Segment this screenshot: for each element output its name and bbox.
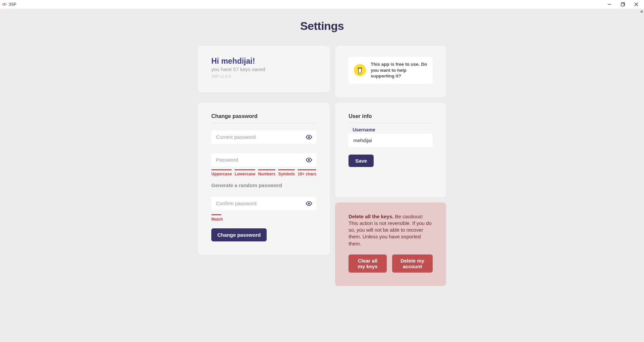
current-password-field[interactable] [211, 130, 316, 144]
confirm-password-input[interactable] [216, 201, 302, 206]
req-uppercase: Uppercase [211, 169, 232, 176]
new-password-input[interactable] [216, 157, 302, 163]
support-card: This app is free to use. Do you want to … [335, 46, 446, 97]
username-label: Username [353, 127, 433, 132]
window-close-button[interactable] [633, 1, 640, 8]
coffee-cup-icon [354, 64, 366, 76]
support-banner[interactable]: This app is free to use. Do you want to … [348, 57, 433, 84]
change-password-title: Change password [211, 113, 316, 123]
page-title: Settings [0, 9, 644, 46]
window-titlebar: 3SP [0, 0, 644, 9]
delete-account-button[interactable]: Delete my account [392, 254, 433, 273]
app-version: 3SP v1.0.0 [211, 74, 316, 79]
window-maximize-button[interactable] [619, 1, 627, 8]
req-length: 16+ chars [298, 169, 316, 176]
confirm-password-field[interactable] [211, 197, 316, 210]
greeting-hi: Hi mehdijai! [211, 57, 316, 66]
req-lowercase: Lowercase [234, 169, 255, 176]
greeting-card: Hi mehdijai! you have 57 keys saved 3SP … [198, 46, 330, 92]
app-icon [2, 2, 7, 7]
save-user-button[interactable]: Save [348, 155, 374, 167]
current-password-input[interactable] [216, 134, 302, 140]
user-info-card: User info Username Save [335, 103, 446, 197]
toggle-confirm-password-visibility-icon[interactable] [305, 199, 313, 208]
danger-warning-text: Delete all the keys. Be cautious! This a… [348, 213, 433, 247]
danger-zone-card: Delete all the keys. Be cautious! This a… [335, 203, 446, 286]
clear-keys-button[interactable]: Clear all my keys [348, 254, 387, 273]
window-minimize-button[interactable] [606, 1, 613, 8]
req-symbols: Symbols [278, 169, 295, 176]
svg-point-1 [4, 4, 5, 5]
req-numbers: Numbers [258, 169, 275, 176]
password-match-indicator: Match [211, 214, 316, 222]
support-text: This app is free to use. Do you want to … [371, 61, 427, 79]
password-requirements: Uppercase Lowercase Numbers Symbols 16+ … [211, 169, 316, 176]
main-viewport: Settings Hi mehdijai! you have 57 keys s… [0, 9, 644, 342]
toggle-current-password-visibility-icon[interactable] [305, 133, 313, 141]
new-password-field[interactable] [211, 153, 316, 167]
danger-warning-lead: Delete all the keys. [348, 214, 393, 219]
generate-password-link[interactable]: Generate a random password [211, 182, 316, 188]
svg-rect-4 [621, 3, 624, 6]
svg-point-7 [358, 68, 362, 69]
username-input[interactable] [353, 137, 428, 143]
svg-point-8 [308, 136, 310, 138]
svg-point-10 [308, 203, 310, 204]
user-info-title: User info [348, 113, 433, 123]
username-field[interactable] [348, 134, 433, 147]
change-password-button[interactable]: Change password [211, 228, 267, 241]
toggle-new-password-visibility-icon[interactable] [305, 156, 313, 164]
scrollbar-up-icon[interactable] [640, 10, 643, 12]
greeting-subtitle: you have 57 keys saved [211, 66, 316, 72]
window-title: 3SP [9, 2, 16, 7]
svg-point-9 [308, 159, 310, 161]
change-password-card: Change password Uppercase Lowercase Numb… [198, 103, 330, 255]
